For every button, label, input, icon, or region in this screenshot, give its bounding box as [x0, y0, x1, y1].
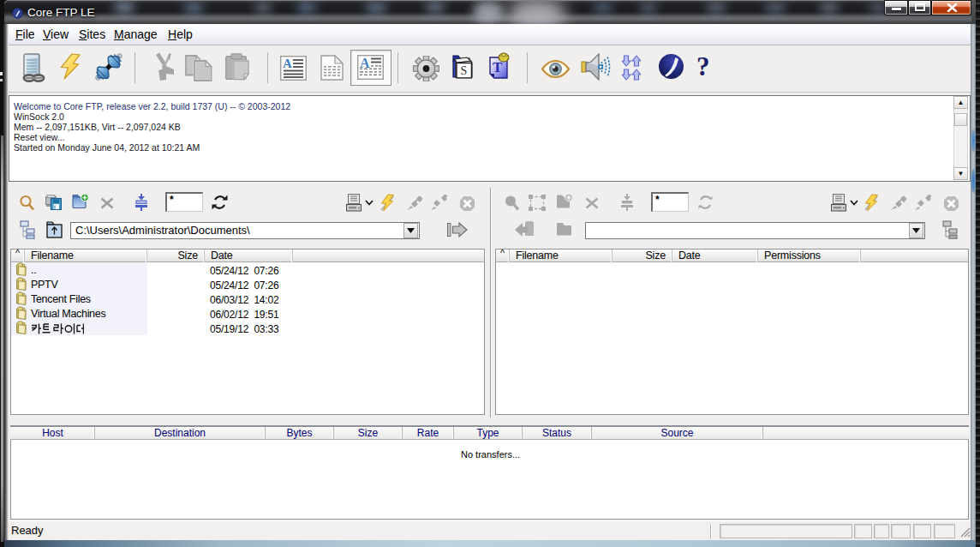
svg-text:A: A	[360, 56, 370, 70]
svg-text:S: S	[461, 64, 468, 77]
svg-text:A: A	[283, 57, 292, 70]
